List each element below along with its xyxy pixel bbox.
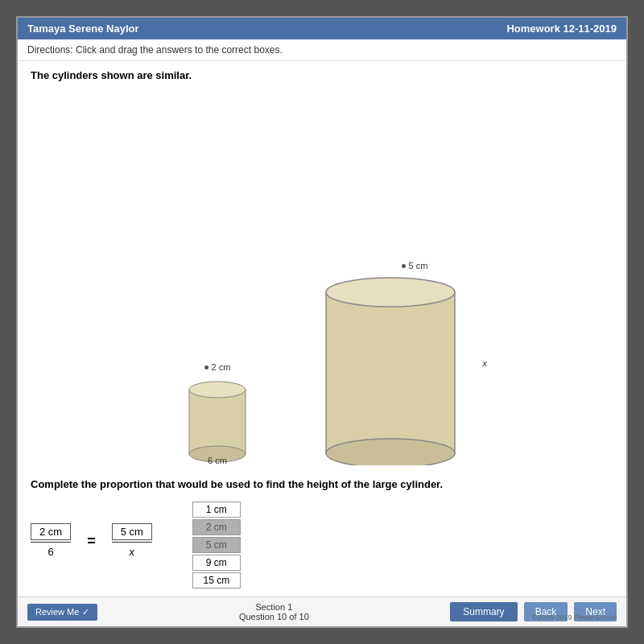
proportion-area: 2 cm 6 = 5 cm x — [31, 523, 152, 559]
footer: Review Me ✓ Section 1 Question 10 of 10 … — [18, 597, 626, 626]
question-label: Question 10 of 10 — [239, 612, 309, 621]
directions-text: Directions: Click and drag the answers t… — [27, 44, 283, 56]
header: Tamaya Serene Naylor Homework 12-11-2019 — [18, 18, 626, 39]
right-denominator: x — [112, 544, 152, 559]
small-radius-label: 2 cm — [204, 362, 231, 372]
left-numerator[interactable]: 2 cm — [31, 523, 71, 540]
section-label: Section 1 — [239, 602, 309, 612]
question-text: Complete the proportion that would be us… — [31, 478, 613, 490]
large-dot — [402, 264, 406, 268]
summary-button[interactable]: Summary — [450, 602, 517, 621]
question-section: Complete the proportion that would be us… — [31, 478, 613, 588]
left-fraction: 2 cm 6 — [31, 523, 71, 559]
answer-15cm[interactable]: 15 cm — [192, 572, 241, 588]
footer-left: Review Me ✓ — [27, 604, 97, 621]
answer-9cm[interactable]: 9 cm — [192, 555, 241, 571]
equals-sign: = — [87, 533, 96, 550]
student-name: Tamaya Serene Naylor — [27, 23, 139, 35]
answer-choices: 1 cm 2 cm 5 cm 9 cm 15 cm — [192, 502, 241, 588]
assignment-label: Homework 12-11-2019 — [506, 23, 617, 35]
left-denominator: 6 — [31, 544, 71, 559]
fraction-line-right — [112, 542, 152, 543]
small-cylinder-svg — [181, 374, 254, 462]
svg-point-5 — [326, 278, 455, 307]
svg-rect-3 — [326, 292, 455, 453]
svg-point-4 — [326, 439, 455, 465]
small-height-label: 6 cm — [208, 456, 227, 465]
small-cylinder: 2 cm 6 cm — [181, 362, 254, 465]
large-radius-label: 5 cm — [402, 261, 428, 270]
answer-5cm[interactable]: 5 cm — [192, 537, 241, 553]
section-info: Section 1 Question 10 of 10 — [239, 602, 309, 621]
main-content: The cylinders shown are similar. 2 cm 6 … — [18, 61, 626, 597]
answer-2cm[interactable]: 2 cm — [192, 519, 241, 535]
large-cylinder-svg — [318, 272, 463, 465]
problem-title: The cylinders shown are similar. — [31, 69, 613, 81]
large-height-label: x — [483, 358, 488, 368]
answer-1cm[interactable]: 1 cm — [192, 502, 241, 518]
svg-rect-0 — [189, 390, 246, 454]
large-cylinder: 5 cm x — [318, 261, 463, 465]
copyright-text: ©2005-2019 PowerSchool — [532, 613, 617, 621]
directions-bar: Directions: Click and drag the answers t… — [18, 39, 626, 61]
right-numerator[interactable]: 5 cm — [112, 523, 152, 540]
right-fraction: 5 cm x — [112, 523, 152, 559]
checkmark-icon: ✓ — [82, 607, 89, 617]
review-me-button[interactable]: Review Me ✓ — [27, 604, 97, 621]
fraction-line-left — [31, 542, 71, 543]
svg-point-2 — [189, 382, 246, 398]
cylinders-area: 2 cm 6 cm 5 cm — [31, 89, 613, 473]
small-dot — [204, 365, 208, 369]
